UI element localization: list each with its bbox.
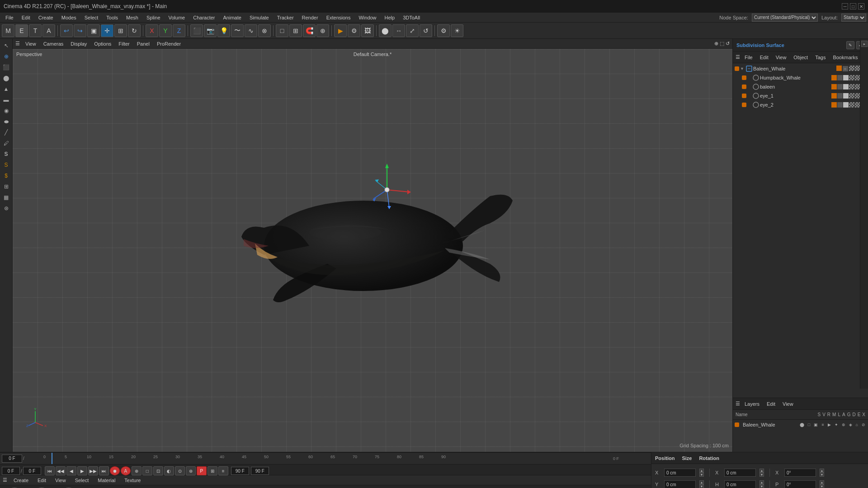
sidebar-line-tool[interactable]: ╱ xyxy=(1,127,11,137)
sidebar-pointer-tool[interactable]: ↖ xyxy=(1,41,11,51)
props-size-x-up[interactable]: ▲ xyxy=(760,469,764,473)
mat-tab-texture[interactable]: Texture xyxy=(122,477,143,484)
close-button[interactable]: ✕ xyxy=(858,3,864,9)
scale-tool-button[interactable]: ⤢ xyxy=(406,24,419,37)
end-frame-input-1[interactable] xyxy=(231,467,249,475)
render-settings-button[interactable]: ⚙ xyxy=(348,24,360,37)
rotate-tool-button[interactable]: ↺ xyxy=(420,24,432,37)
timeline-misc-9[interactable]: ≡ xyxy=(218,466,228,475)
sidebar-pen-tool[interactable]: 🖊 xyxy=(1,138,11,148)
model-mode-button[interactable]: M xyxy=(2,24,14,37)
viewport-menu-filter[interactable]: Filter xyxy=(117,41,131,47)
subdiv-edit-button[interactable]: ✎ xyxy=(846,41,854,49)
menu-spline[interactable]: Spline xyxy=(143,14,164,21)
panel-tab-view[interactable]: View xyxy=(773,54,789,61)
props-rot-x-down[interactable]: ▼ xyxy=(820,473,824,477)
menu-render[interactable]: Render xyxy=(298,14,322,21)
current-frame-input[interactable] xyxy=(2,455,22,463)
menu-select[interactable]: Select xyxy=(81,14,102,21)
props-pos-x-up[interactable]: ▲ xyxy=(699,469,704,473)
viewport-menu-display[interactable]: Display xyxy=(69,41,89,47)
nurbs-button[interactable]: ∿ xyxy=(245,24,257,37)
props-rot-p-input[interactable] xyxy=(784,480,816,488)
timeline-misc-2[interactable]: □ xyxy=(142,466,152,475)
sidebar-plane-tool[interactable]: ▬ xyxy=(1,95,11,105)
props-pos-y-input[interactable] xyxy=(664,480,696,488)
panel-tab-object[interactable]: Object xyxy=(791,54,811,61)
obj-row-eye1[interactable]: eye_1 xyxy=(733,91,868,100)
sidebar-grid-tool-2[interactable]: ▦ xyxy=(1,192,11,202)
sidebar-cube-tool[interactable]: ⬛ xyxy=(1,62,11,72)
props-pos-x-input[interactable] xyxy=(664,469,696,477)
panel-tab-tags[interactable]: Tags xyxy=(812,54,828,61)
auto-key-button[interactable]: A xyxy=(121,466,131,475)
sidebar-sculpt-tool-1[interactable]: S xyxy=(1,160,11,170)
layer-exp-icon[interactable]: ⌂ xyxy=(856,422,858,427)
z-axis-button[interactable]: Z xyxy=(173,24,185,37)
play-button[interactable]: ▶ xyxy=(77,466,87,475)
viewport[interactable]: Y X Z Perspective Grid Spacing : 100 cm … xyxy=(13,49,732,452)
obj-row-baleen[interactable]: baleen xyxy=(733,82,868,91)
spline-button[interactable]: 〜 xyxy=(231,24,244,37)
props-rot-p-up[interactable]: ▲ xyxy=(820,480,824,484)
layer-anim-icon[interactable]: ✦ xyxy=(835,422,838,427)
move-tool-button[interactable]: ↔ xyxy=(392,24,405,37)
axis-mode-button[interactable]: A xyxy=(42,24,55,37)
obj-row-baleen-whale[interactable]: ▼ Baleen_Whale ○ xyxy=(733,64,868,73)
props-size-x-input[interactable] xyxy=(724,469,756,477)
sidebar-torus-tool[interactable]: ◉ xyxy=(1,106,11,116)
props-size-h-up[interactable]: ▲ xyxy=(760,480,764,484)
camera-button[interactable]: 📷 xyxy=(204,24,217,37)
menu-tools[interactable]: Tools xyxy=(103,14,122,21)
timeline-misc-1[interactable]: ⊕ xyxy=(132,466,142,475)
props-pos-y-down[interactable]: ▼ xyxy=(699,484,704,488)
layer-row-baleen-whale[interactable]: Baleen_Whale ⬤ □ ▣ ≡ ▶ ✦ ⊕ ◈ ⌂ ⊘ xyxy=(733,420,868,430)
layer-gen-icon[interactable]: ⊕ xyxy=(842,422,845,427)
sidebar-connect-tool[interactable]: ⊛ xyxy=(1,203,11,213)
sidebar-move-tool[interactable]: ⊕ xyxy=(1,52,11,61)
viewport-menu-view[interactable]: View xyxy=(24,41,38,47)
viewport-quad-button[interactable]: ⊞ xyxy=(289,24,302,37)
maximize-button[interactable]: □ xyxy=(850,3,856,9)
frame-counter-2[interactable] xyxy=(23,467,41,475)
sidebar-s-curve-tool[interactable]: S xyxy=(1,149,11,159)
sidebar-sphere-tool[interactable]: ⬤ xyxy=(1,73,11,83)
timeline-ruler[interactable]: / 0 5 10 15 20 25 30 35 40 45 xyxy=(0,453,651,465)
panel-tab-edit[interactable]: Edit xyxy=(757,54,771,61)
viewport-menu-panel[interactable]: Panel xyxy=(135,41,151,47)
props-pos-y-up[interactable]: ▲ xyxy=(699,480,704,484)
props-rot-p-down[interactable]: ▼ xyxy=(820,484,824,488)
scale-button[interactable]: ⊞ xyxy=(114,24,127,37)
redo-button[interactable]: ↪ xyxy=(74,24,86,37)
layer-solo-icon[interactable]: ⬤ xyxy=(800,422,804,427)
transform-gizmo[interactable] xyxy=(360,163,414,217)
viewport-menu-options[interactable]: Options xyxy=(92,41,113,47)
menu-file[interactable]: File xyxy=(2,14,17,21)
viewport-menu-cameras[interactable]: Cameras xyxy=(42,41,66,47)
menu-help[interactable]: Help xyxy=(381,14,399,21)
props-size-h-down[interactable]: ▼ xyxy=(760,484,764,488)
go-to-start-button[interactable]: ⏮ xyxy=(45,466,55,475)
edge-tab-1[interactable]: ▸ xyxy=(861,41,868,47)
light-icon-button[interactable]: ☀ xyxy=(451,24,463,37)
layer-x-icon[interactable]: ⊘ xyxy=(862,422,865,427)
deform-button[interactable]: ⊗ xyxy=(258,24,271,37)
mat-tab-select[interactable]: Select xyxy=(72,477,92,484)
snap-button[interactable]: 🧲 xyxy=(303,24,316,37)
cube-button[interactable]: ⬛ xyxy=(190,24,203,37)
props-pos-x-down[interactable]: ▼ xyxy=(699,473,704,477)
layers-tab-edit[interactable]: Edit xyxy=(764,400,778,408)
rotate-button[interactable]: ↻ xyxy=(128,24,141,37)
menu-window[interactable]: Window xyxy=(355,14,380,21)
frame-counter-1[interactable] xyxy=(2,467,20,475)
play-fast-button[interactable]: ▶▶ xyxy=(88,466,98,475)
layer-play-icon[interactable]: ▶ xyxy=(828,422,831,427)
props-size-x-down[interactable]: ▼ xyxy=(760,473,764,477)
menu-3dtoall[interactable]: 3DToAll xyxy=(399,14,424,21)
texture-mode-button[interactable]: T xyxy=(29,24,42,37)
timeline-misc-5[interactable]: ⊙ xyxy=(175,466,185,475)
record-button[interactable]: ⏺ xyxy=(110,466,120,475)
menu-animate[interactable]: Animate xyxy=(220,14,245,21)
render-viewport-button[interactable]: ▶ xyxy=(334,24,347,37)
play-reverse-button[interactable]: ◀ xyxy=(66,466,76,475)
